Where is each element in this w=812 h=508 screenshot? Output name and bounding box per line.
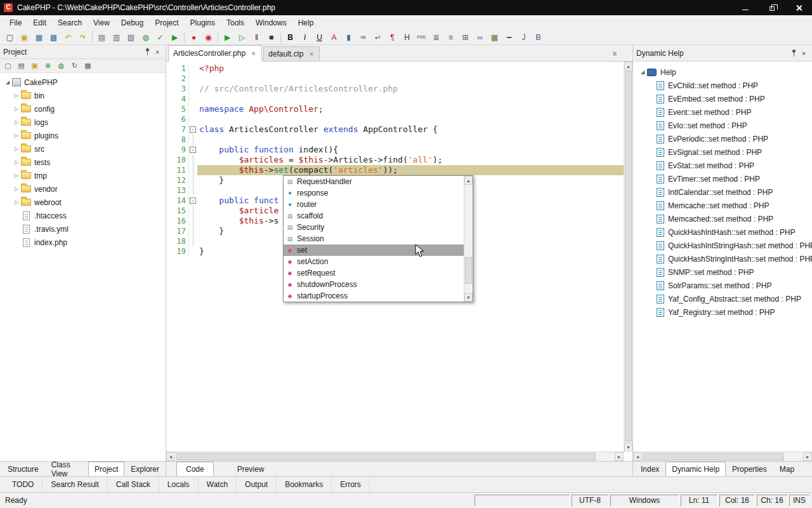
nbsp-icon[interactable]: nb — [356, 31, 370, 44]
collapsed-arrow-icon[interactable]: ▷ — [12, 119, 21, 125]
scroll-up-icon[interactable]: ▲ — [464, 176, 473, 185]
autocomplete-item-session[interactable]: ▤Session — [284, 233, 464, 244]
bottom-tab-output[interactable]: Output — [237, 477, 277, 492]
autocomplete-scrollbar[interactable]: ▲ ▼ — [464, 176, 473, 302]
bottom-tab-call-stack[interactable]: Call Stack — [108, 477, 159, 492]
line-break-icon[interactable]: ↵ — [370, 31, 385, 44]
windows-icon[interactable]: ▤ — [15, 60, 28, 72]
close-panel-icon[interactable]: × — [152, 47, 162, 57]
collapsed-arrow-icon[interactable]: ▷ — [12, 93, 21, 98]
collapsed-arrow-icon[interactable]: ▷ — [12, 159, 21, 165]
collapsed-arrow-icon[interactable]: ▷ — [12, 173, 21, 178]
help-item-solrparams-set-method-php[interactable]: SolrParams::set method : PHP — [633, 279, 812, 292]
collapsed-arrow-icon[interactable]: ▷ — [12, 199, 21, 205]
help-item-quickhashinthash-set-method-php[interactable]: QuickHashIntHash::set method : PHP — [633, 225, 812, 239]
help-item-intlcalendar-set-method-php[interactable]: IntlCalendar::set method : PHP — [633, 185, 812, 199]
editor-view-tab-code[interactable]: Code — [176, 462, 214, 476]
help-item-evtimer-set-method-php[interactable]: EvTimer::set method : PHP — [633, 172, 812, 185]
menu-item-edit[interactable]: Edit — [27, 17, 52, 29]
help-item-quickhashstringinthash-set-method-php[interactable]: QuickHashStringIntHash::set method : PHP — [633, 252, 812, 265]
bottom-tab-locals[interactable]: Locals — [159, 477, 199, 492]
add-icon[interactable]: ⊕ — [41, 60, 55, 72]
image-icon[interactable]: ▦ — [487, 31, 502, 44]
editor-horizontal-scrollbar[interactable]: ◂ ▸ — [166, 451, 624, 461]
restore-button[interactable] — [759, 0, 785, 15]
debug-ball-icon[interactable]: ◉ — [201, 31, 216, 44]
underline-icon[interactable]: U — [312, 31, 327, 44]
autocomplete-item-startupprocess[interactable]: ◆startupProcess — [284, 290, 464, 302]
scroll-right-icon[interactable]: ▸ — [615, 452, 624, 461]
fold-toggle-icon[interactable]: - — [190, 197, 196, 204]
editor-tab-articlescontroller-php[interactable]: ArticlesController.php× — [168, 45, 262, 62]
code-line-1[interactable]: 1<?php — [166, 64, 624, 74]
help-item-snmp-set-method-php[interactable]: SNMP::set method : PHP — [633, 265, 812, 279]
tree-folder-bin[interactable]: ▷bin — [0, 89, 166, 102]
stop-debug-icon[interactable]: ■ — [264, 31, 278, 44]
scroll-up-icon[interactable]: ▲ — [624, 62, 632, 70]
help-tab-map[interactable]: Map — [773, 462, 801, 476]
expanded-arrow-icon[interactable]: ◢ — [3, 79, 12, 85]
start-debug-icon[interactable]: ▶ — [220, 31, 235, 44]
run-icon[interactable]: ▶ — [167, 31, 182, 44]
code-line-5[interactable]: 5namespace App\Controller; — [166, 104, 624, 114]
pause-icon[interactable]: ‖ — [249, 31, 264, 44]
menu-item-windows[interactable]: Windows — [250, 17, 292, 29]
code-line-9[interactable]: 9- public function index(){ — [166, 145, 624, 155]
tree-file-index-php[interactable]: index.php — [0, 236, 166, 249]
help-item-evsignal-set-method-php[interactable]: EvSignal::set method : PHP — [633, 145, 812, 159]
tree-folder-tests[interactable]: ▷tests — [0, 156, 166, 169]
bottom-tab-bookmarks[interactable]: Bookmarks — [277, 477, 332, 492]
autocomplete-item-router[interactable]: ●router — [284, 199, 464, 210]
menu-item-view[interactable]: View — [88, 17, 115, 29]
fold-toggle-icon[interactable]: - — [190, 126, 196, 133]
close-panel-icon[interactable]: × — [799, 48, 809, 58]
editor-tab-default-ctp[interactable]: default.ctp× — [263, 46, 320, 61]
bootstrap-icon[interactable]: B — [531, 31, 546, 44]
menu-item-tools[interactable]: Tools — [221, 17, 250, 29]
bottom-tab-watch[interactable]: Watch — [199, 477, 237, 492]
paragraph-icon[interactable]: ¶ — [385, 31, 400, 44]
fold-toggle-icon[interactable]: - — [190, 147, 196, 153]
bottom-tab-search-result[interactable]: Search Result — [43, 477, 107, 492]
horizontal-scrollbar-thumb[interactable] — [643, 453, 784, 460]
menu-item-debug[interactable]: Debug — [115, 17, 149, 29]
scroll-right-icon[interactable]: ▸ — [803, 452, 812, 461]
check-syntax-icon[interactable]: ✓ — [153, 31, 167, 44]
open-icon[interactable]: ▣ — [17, 31, 32, 44]
code-line-2[interactable]: 2 — [166, 74, 624, 84]
code-line-6[interactable]: 6 — [166, 114, 624, 124]
tree-folder-config[interactable]: ▷config — [0, 102, 166, 116]
help-tab-properties[interactable]: Properties — [726, 462, 773, 476]
tree-file-travis-yml[interactable]: .travis.yml — [0, 222, 166, 236]
code-line-4[interactable]: 4 — [166, 94, 624, 104]
list-icon[interactable]: ≣ — [429, 31, 443, 44]
close-button[interactable] — [785, 0, 812, 15]
undo-icon[interactable]: ↶ — [61, 31, 75, 44]
autocomplete-item-security[interactable]: ▤Security — [284, 222, 464, 233]
heading-icon[interactable]: H — [400, 31, 414, 44]
collapsed-arrow-icon[interactable]: ▷ — [12, 146, 21, 152]
table-icon[interactable]: ⊞ — [458, 31, 473, 44]
collapsed-arrow-icon[interactable]: ▷ — [12, 186, 21, 192]
menu-item-help[interactable]: Help — [292, 17, 320, 29]
italic-icon[interactable]: I — [298, 31, 312, 44]
tree-folder-webroot[interactable]: ▷webroot — [0, 196, 166, 209]
minimize-button[interactable] — [732, 0, 759, 15]
browser-preview-icon[interactable]: ◍ — [138, 31, 153, 44]
code-line-8[interactable]: 8 — [166, 135, 624, 145]
expanded-arrow-icon[interactable]: ◢ — [638, 69, 647, 75]
tree-folder-logs[interactable]: ▷logs — [0, 116, 166, 129]
code-line-7[interactable]: 7-class ArticlesController extends AppCo… — [166, 124, 624, 135]
panel-tab-structure[interactable]: Structure — [1, 462, 45, 476]
horizontal-scrollbar-thumb[interactable] — [176, 453, 596, 460]
close-tab-icon[interactable]: × — [250, 50, 257, 57]
save-icon[interactable]: ▦ — [32, 31, 46, 44]
scroll-down-icon[interactable]: ▼ — [624, 443, 632, 451]
code-line-3[interactable]: 3// src/Controller/ArticlesController.ph… — [166, 84, 624, 94]
pre-icon[interactable]: PRE — [414, 31, 429, 44]
hr-icon[interactable]: ━ — [502, 31, 516, 44]
world-icon[interactable]: ◍ — [55, 60, 68, 72]
explorer-view-icon[interactable]: ▧ — [124, 31, 138, 44]
panel-tab-class-view[interactable]: Class View — [45, 462, 88, 476]
help-item-evstat-set-method-php[interactable]: EvStat::set method : PHP — [633, 159, 812, 172]
